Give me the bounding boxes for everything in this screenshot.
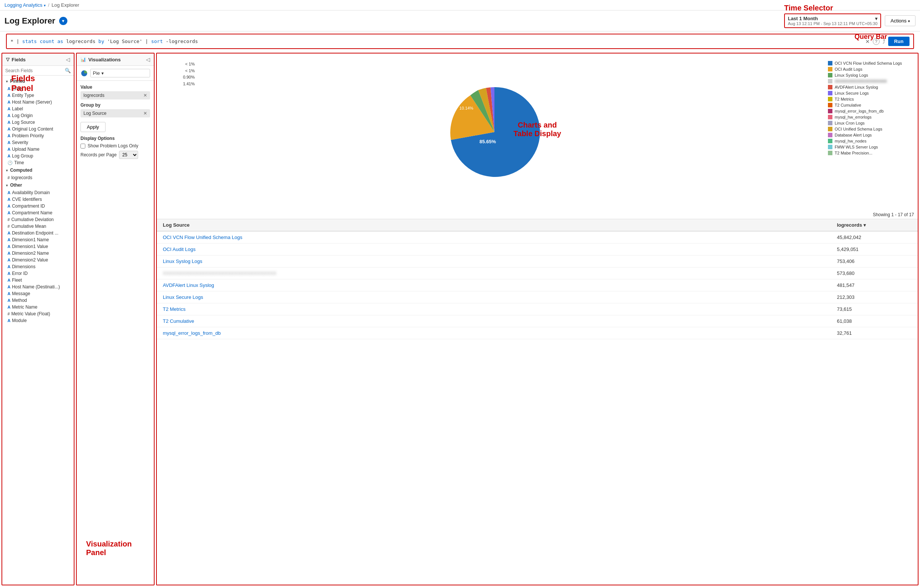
apply-button[interactable]: Apply — [81, 122, 105, 132]
field-item-compartment-id[interactable]: ACompartment ID — [2, 203, 74, 210]
field-item-dimension2-value[interactable]: ADimension2 Value — [2, 257, 74, 263]
header-right: Time Selector Last 1 Month Aug 13 12:11 … — [784, 13, 915, 28]
nav-app-dropdown-icon — [44, 2, 46, 8]
run-button[interactable]: Run — [888, 37, 910, 46]
legend-color-avdf — [828, 85, 833, 89]
field-item-error-id[interactable]: AError ID — [2, 270, 74, 277]
field-item-severity[interactable]: ASeverity — [2, 139, 74, 146]
legend-item-linux-secure: Linux Secure Logs — [828, 91, 914, 95]
time-selector[interactable]: Last 1 Month Aug 13 12:11 PM - Sep 13 12… — [784, 13, 881, 28]
legend-color-mysql-hw — [828, 115, 833, 120]
legend-color-linux-secure — [828, 91, 833, 95]
viz-collapse-icon[interactable]: ◁ — [146, 57, 150, 63]
field-item-method[interactable]: AMethod — [2, 297, 74, 304]
legend-item-mysql-hw: mysql_hw_errorlogs — [828, 115, 914, 120]
field-item-dimension1-name[interactable]: ADimension1 Name — [2, 236, 74, 243]
time-selector-main: Last 1 Month — [788, 16, 877, 21]
fields-collapse-icon[interactable]: ◁ — [66, 57, 70, 63]
filter-icon[interactable]: ▼ — [59, 17, 67, 25]
field-item-time[interactable]: 🕐Time — [2, 159, 74, 166]
legend-color-oci-audit — [828, 67, 833, 71]
display-options-label: Display Options — [81, 136, 150, 141]
cell-records: 45,842,042 — [837, 234, 912, 240]
field-item-dimension1-value[interactable]: ADimension1 Value — [2, 243, 74, 250]
field-item-problem-priority[interactable]: AProblem Priority — [2, 132, 74, 139]
field-item-availability-domain[interactable]: AAvailability Domain — [2, 189, 74, 196]
field-item-logrecords[interactable]: #logrecords — [2, 174, 74, 181]
viz-panel: 📊 Visualizations ◁ Pie Value logrecords … — [76, 53, 155, 585]
records-per-page-select[interactable]: 25 50 100 — [119, 151, 138, 159]
search-fields-input[interactable] — [5, 68, 63, 73]
field-item-compartment-name[interactable]: ACompartment Name — [2, 210, 74, 216]
viz-panel-title: 📊 Visualizations — [81, 57, 120, 63]
other-section-header[interactable]: Other — [2, 181, 74, 189]
legend-color-t2-metrics — [828, 97, 833, 101]
viz-type-dropdown[interactable]: Pie — [90, 69, 150, 78]
pinned-section-header[interactable]: Pinned — [2, 77, 74, 85]
query-star: * | — [10, 39, 22, 44]
cell-source[interactable]: T2 Cumulative — [163, 318, 837, 324]
pie-label-141: 1.41% — [183, 81, 194, 87]
search-icon: 🔍 — [65, 68, 71, 73]
showing-info: Showing 1 - 17 of 17 — [157, 211, 918, 219]
field-item-host-name-server[interactable]: AHost Name (Server) — [2, 99, 74, 105]
header-row: Log Explorer ▼ Time Selector Last 1 Mont… — [0, 10, 920, 31]
value-field-tag: logrecords ✕ — [81, 91, 150, 100]
table-row: T2 Cumulative 61,038 — [157, 315, 918, 327]
legend-container: OCI VCN Flow Unified Schema Logs OCI Aud… — [828, 57, 914, 207]
charts-panel: Charts andTable Display < 1% < 1% 0.90% … — [156, 53, 918, 585]
table-row: OCI VCN Flow Unified Schema Logs 45,842,… — [157, 231, 918, 244]
cell-records: 32,761 — [837, 330, 912, 336]
cell-source[interactable]: T2 Metrics — [163, 306, 837, 312]
field-item-dimensions[interactable]: ADimensions — [2, 263, 74, 270]
cell-source[interactable]: AVDFAlert Linux Syslog — [163, 283, 837, 288]
query-text[interactable]: * | stats count as logrecords by 'Log So… — [10, 39, 862, 44]
cell-source[interactable]: Linux Syslog Logs — [163, 258, 837, 264]
table-row: mysql_error_logs_from_db 32,761 — [157, 327, 918, 339]
field-item-entity-type[interactable]: AEntity Type — [2, 92, 74, 99]
field-item-host-name-dest[interactable]: AHost Name (Destinati...) — [2, 284, 74, 290]
actions-button[interactable]: Actions — [885, 15, 915, 26]
field-item-label[interactable]: ALabel — [2, 105, 74, 112]
cell-source[interactable]: Linux Secure Logs — [163, 294, 837, 300]
table-header: Log Source logrecords — [157, 219, 918, 231]
field-item-cumulative-deviation[interactable]: #Cumulative Deviation — [2, 216, 74, 223]
cell-records: 753,406 — [837, 258, 912, 264]
field-item-log-group[interactable]: ALog Group — [2, 153, 74, 159]
query-bar-label: Query Bar — [855, 33, 887, 41]
field-item-message[interactable]: AMessage — [2, 290, 74, 297]
nav-app[interactable]: Logging Analytics — [5, 2, 46, 8]
field-item-metric-value[interactable]: #Metric Value (Float) — [2, 310, 74, 317]
field-item-upload-name[interactable]: AUpload Name — [2, 146, 74, 153]
value-field-remove-icon[interactable]: ✕ — [143, 93, 147, 98]
chart-area: < 1% < 1% 0.90% 1.41% — [157, 53, 918, 211]
show-problem-logs-checkbox[interactable] — [81, 144, 85, 149]
cell-source[interactable]: OCI VCN Flow Unified Schema Logs — [163, 234, 837, 240]
col-records-header[interactable]: logrecords — [837, 222, 912, 228]
group-by-field-remove-icon[interactable]: ✕ — [143, 111, 147, 116]
field-item-log-source[interactable]: ALog Source — [2, 119, 74, 126]
field-item-fleet[interactable]: AFleet — [2, 277, 74, 284]
field-item-cve-identifiers[interactable]: ACVE Identifiers — [2, 196, 74, 203]
cell-source[interactable]: mysql_error_logs_from_db — [163, 330, 837, 336]
computed-section-header[interactable]: Computed — [2, 166, 74, 174]
nav-app-label: Logging Analytics — [5, 2, 42, 8]
field-item-cumulative-mean[interactable]: #Cumulative Mean — [2, 223, 74, 230]
field-item-entity[interactable]: AEntity — [2, 85, 74, 92]
viz-body: Value logrecords ✕ Group by Log Source ✕… — [77, 81, 154, 585]
field-item-module[interactable]: AModule — [2, 317, 74, 324]
time-chevron-icon — [875, 16, 877, 21]
show-problem-logs-label: Show Problem Logs Only — [87, 143, 138, 149]
cell-source[interactable]: OCI Audit Logs — [163, 247, 837, 252]
table-row: OCI Audit Logs 5,429,051 — [157, 244, 918, 255]
field-item-destination-endpoint[interactable]: ADestination Endpoint ... — [2, 230, 74, 236]
field-item-log-origin[interactable]: ALog Origin — [2, 112, 74, 119]
pie-label-090: 0.90% — [183, 74, 194, 81]
table-row: Linux Secure Logs 212,303 — [157, 291, 918, 303]
other-collapse-icon — [5, 183, 9, 188]
viz-type-chevron-icon — [101, 70, 104, 76]
field-item-dimension2-name[interactable]: ADimension2 Name — [2, 250, 74, 257]
show-problem-logs-row: Show Problem Logs Only — [81, 143, 150, 149]
field-item-metric-name[interactable]: AMetric Name — [2, 304, 74, 310]
field-item-original-log-content[interactable]: AOriginal Log Content — [2, 126, 74, 132]
